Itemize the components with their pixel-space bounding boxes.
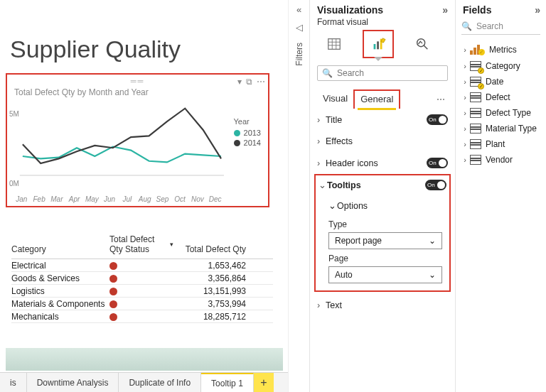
svg-line-10	[424, 45, 428, 50]
map-visual[interactable]	[6, 348, 283, 371]
status-dot	[109, 262, 117, 270]
headericons-toggle[interactable]: On	[427, 158, 448, 168]
col-qty[interactable]: Total Defect Qty	[173, 244, 252, 254]
field-label: Metrics	[489, 45, 517, 55]
chart-lines	[13, 99, 224, 184]
section-text[interactable]: › Text	[310, 295, 455, 316]
col-status[interactable]: Total Defect Qty Status▾	[109, 234, 173, 254]
fields-pane: Fields » 🔍 Search ›✓Metrics›✓Category›✓D…	[455, 0, 546, 392]
table-icon	[470, 92, 481, 102]
chart-legend: Year 2013 2014	[234, 117, 261, 148]
tab-visual[interactable]: Visual	[317, 90, 353, 108]
checked-badge-icon: ✓	[478, 67, 484, 74]
filter-icon[interactable]: ▾	[237, 77, 242, 87]
category-table[interactable]: Category Total Defect Qty Status▾ Total …	[11, 234, 273, 323]
svg-rect-7	[377, 41, 379, 49]
tooltip-page-select[interactable]: Auto ⌄	[328, 266, 442, 283]
checked-badge-icon: ✓	[478, 49, 485, 55]
section-header-icons[interactable]: › Header icons On	[310, 152, 455, 174]
table-icon: ✓	[470, 61, 481, 71]
chevron-down-icon: ⌄	[429, 236, 436, 246]
table-icon	[470, 124, 481, 134]
page-tab-duplicate[interactable]: Duplicate of Info	[119, 373, 201, 392]
status-dot	[109, 288, 117, 295]
viz-pane-title: Visualizations	[317, 4, 383, 16]
bookmark-icon[interactable]: ◁	[296, 22, 303, 33]
field-defect[interactable]: ›Defect	[459, 89, 543, 105]
svg-rect-6	[374, 44, 376, 49]
build-visual-mode[interactable]	[320, 31, 348, 57]
viz-pane-subtitle: Format visual	[310, 17, 455, 30]
expand-icon[interactable]: »	[442, 4, 448, 16]
chevron-down-icon: ⌄	[318, 180, 327, 190]
page-tab[interactable]: is	[0, 373, 27, 392]
section-label: Text	[326, 300, 342, 310]
table-icon: ✓	[470, 77, 481, 87]
tabs-more-icon[interactable]: ⋯	[437, 94, 448, 104]
title-toggle[interactable]: On	[427, 114, 448, 125]
select-value: Report page	[335, 236, 382, 246]
col-category[interactable]: Category	[11, 244, 109, 254]
table-row[interactable]: Electrical1,653,462	[11, 259, 273, 272]
section-effects[interactable]: › Effects	[310, 131, 455, 152]
legend-label: 2013	[244, 129, 261, 137]
chart-plot-area: 5M 0M	[13, 99, 224, 190]
fields-search-input[interactable]: 🔍 Search	[461, 20, 540, 35]
analytics-mode[interactable]	[408, 31, 437, 57]
tab-general[interactable]: General	[353, 89, 400, 109]
field-defect-type[interactable]: ›Defect Type	[459, 105, 543, 121]
field-metrics[interactable]: ›✓Metrics	[459, 40, 543, 58]
more-options-icon[interactable]: ⋯	[257, 77, 265, 87]
field-label: Material Type	[486, 124, 537, 134]
viz-mode-switch	[310, 30, 455, 62]
table-row[interactable]: Goods & Services3,356,864	[11, 272, 273, 285]
tooltip-type-select[interactable]: Report page ⌄	[328, 232, 442, 249]
field-label: Vendor	[486, 155, 513, 165]
format-visual-mode[interactable]	[364, 31, 392, 57]
report-canvas[interactable]: Supplier Quality ══ ▾ ⧉ ⋯ Total Defect Q…	[0, 0, 288, 392]
legend-swatch-2013	[234, 130, 240, 136]
chevron-down-icon: ⌄	[429, 270, 436, 280]
collapse-icon[interactable]: «	[296, 4, 301, 15]
tooltips-toggle[interactable]: On	[425, 180, 446, 190]
field-date[interactable]: ›✓Date	[459, 74, 543, 89]
drag-handle-icon[interactable]: ══	[131, 77, 145, 85]
filters-label: Filters	[294, 43, 304, 66]
line-chart-visual[interactable]: ══ ▾ ⧉ ⋯ Total Defect Qty by Month and Y…	[6, 73, 269, 207]
table-row[interactable]: Materials & Components3,753,994	[11, 298, 273, 310]
section-label: Header icons	[326, 158, 378, 168]
field-material-type[interactable]: ›Material Type	[459, 121, 543, 136]
section-tooltips-group: ⌄ Tooltips On ⌄Options Type Report page …	[314, 174, 451, 292]
chevron-right-icon: ›	[461, 109, 469, 117]
chevron-right-icon: ›	[461, 156, 469, 164]
select-value: Auto	[335, 270, 353, 280]
table-icon	[470, 108, 481, 118]
tooltips-options-header[interactable]: ⌄Options	[328, 197, 442, 215]
add-page-button[interactable]: +	[254, 373, 274, 392]
table-row[interactable]: Mechanicals18,285,712	[11, 310, 273, 323]
field-plant[interactable]: ›Plant	[459, 136, 543, 152]
section-title[interactable]: › Title On	[310, 109, 455, 131]
checked-badge-icon: ✓	[478, 83, 484, 89]
page-tab-tooltip1[interactable]: Tooltip 1	[201, 373, 254, 392]
tooltip-type-label: Type	[328, 219, 442, 229]
section-label: Tooltips	[327, 180, 361, 190]
filters-pane-collapsed[interactable]: « ◁ Filters	[288, 0, 309, 392]
search-icon: 🔍	[322, 68, 333, 78]
field-vendor[interactable]: ›Vendor	[459, 152, 543, 168]
focus-mode-icon[interactable]: ⧉	[246, 77, 252, 87]
chevron-right-icon: ›	[317, 300, 326, 310]
format-search-input[interactable]: 🔍 Search	[317, 65, 448, 81]
chevron-right-icon: ›	[461, 45, 469, 54]
svg-rect-1	[328, 39, 341, 50]
expand-icon[interactable]: »	[535, 4, 540, 16]
chart-title: Total Defect Qty by Month and Year	[14, 87, 149, 97]
table-header: Category Total Defect Qty Status▾ Total …	[11, 234, 273, 259]
chevron-right-icon: ›	[461, 140, 469, 148]
page-tab-downtime[interactable]: Downtime Analysis	[27, 373, 119, 392]
fields-list: ›✓Metrics›✓Category›✓Date›Defect›Defect …	[456, 40, 546, 168]
chevron-right-icon: ›	[461, 77, 469, 86]
section-tooltips[interactable]: ⌄ Tooltips On	[316, 175, 449, 195]
table-row[interactable]: Logistics13,151,993	[11, 285, 273, 298]
field-category[interactable]: ›✓Category	[459, 58, 543, 74]
